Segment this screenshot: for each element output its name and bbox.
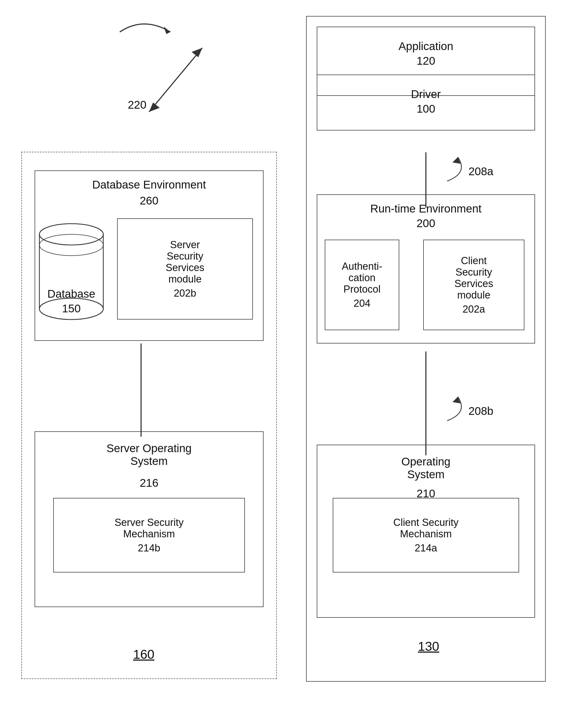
arrow-208b-label: 208b — [468, 405, 493, 417]
svg-marker-1 — [192, 48, 202, 57]
sss-number: 202b — [165, 288, 205, 299]
client-security-mechanism-box: Client SecurityMechanism 214a — [333, 498, 519, 572]
app-divider — [317, 75, 535, 75]
server-security-mechanism-box: Server SecurityMechanism 214b — [53, 498, 245, 572]
driver-number: 100 — [367, 102, 485, 115]
server-machine-label: 160 — [101, 647, 186, 662]
arrow-220-label: 220 — [128, 98, 146, 111]
svg-marker-2 — [149, 102, 160, 112]
database-number: 150 — [39, 302, 103, 315]
css-number: 202a — [454, 303, 493, 315]
ssm-label: Server SecurityMechanism — [115, 517, 184, 540]
dbenv-number: 260 — [40, 195, 258, 207]
client-machine-label: 130 — [386, 639, 471, 654]
sos-number: 216 — [48, 477, 250, 490]
driver-label: Driver — [367, 88, 485, 101]
csm-label: Client SecurityMechanism — [394, 517, 459, 540]
sos-label: Server OperatingSystem — [48, 442, 250, 468]
application-label: Application — [367, 40, 485, 53]
svg-line-0 — [149, 48, 202, 112]
diagram: 220 Application 120 Driver 100 208a Run-… — [0, 0, 588, 708]
database-label: Database — [39, 288, 103, 300]
arrow-208a-label: 208a — [468, 165, 493, 178]
dbenv-label: Database Environment — [40, 178, 258, 191]
auth-protocol-box: Authenti-cationProtocol 204 — [325, 240, 399, 330]
csm-number: 214a — [394, 542, 459, 554]
sss-label: ServerSecurityServicesmodule — [165, 239, 205, 285]
server-security-services-box: ServerSecurityServicesmodule 202b — [117, 218, 253, 320]
auth-protocol-label: Authenti-cationProtocol — [342, 261, 382, 295]
ssm-number: 214b — [115, 542, 184, 554]
runtime-number: 200 — [333, 217, 519, 230]
svg-marker-3 — [164, 27, 171, 34]
auth-protocol-number: 204 — [342, 298, 382, 309]
runtime-label: Run-time Environment — [333, 202, 519, 215]
css-label: ClientSecurityServicesmodule — [454, 255, 493, 301]
application-number: 120 — [367, 55, 485, 67]
client-security-services-box: ClientSecurityServicesmodule 202a — [423, 240, 524, 330]
os-label: OperatingSystem — [349, 455, 503, 481]
